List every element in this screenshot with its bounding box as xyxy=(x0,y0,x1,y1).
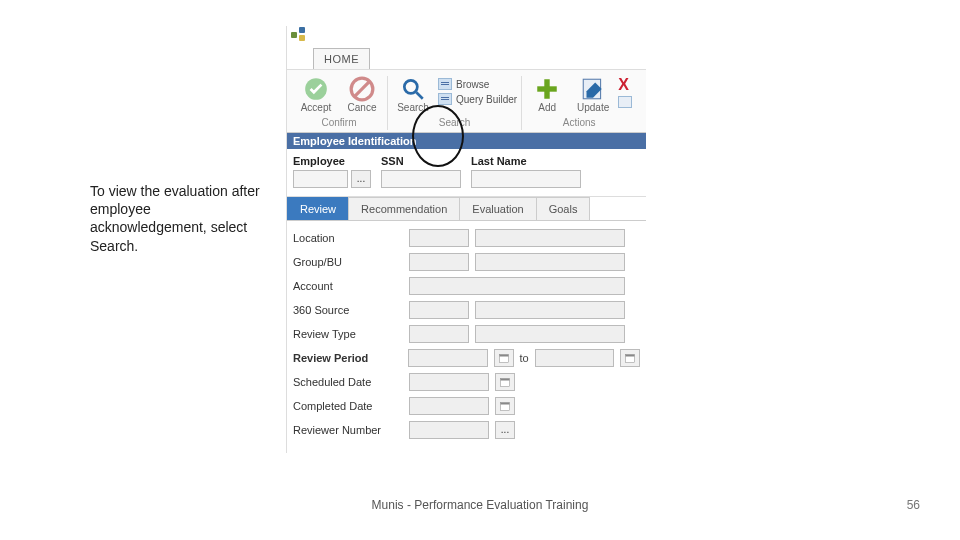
delete-icon[interactable]: X xyxy=(618,78,632,92)
calendar-icon xyxy=(498,352,510,364)
scheduled-label: Scheduled Date xyxy=(293,376,403,388)
reviewtype-label: Review Type xyxy=(293,328,403,340)
cancel-button[interactable]: Cance xyxy=(341,76,383,113)
accept-label: Accept xyxy=(301,102,332,113)
employee-input[interactable] xyxy=(293,170,348,188)
ssn-input[interactable] xyxy=(381,170,461,188)
employee-lookup-button[interactable]: ... xyxy=(351,170,371,188)
calendar-icon xyxy=(499,400,511,412)
svg-line-2 xyxy=(354,81,369,96)
footer-title: Munis - Performance Evaluation Training xyxy=(0,498,960,512)
browse-icon xyxy=(438,78,452,90)
review-form: Location Group/BU Account 360 Source Rev… xyxy=(287,221,646,453)
reviewtype-code-input[interactable] xyxy=(409,325,469,343)
reviewer-label: Reviewer Number xyxy=(293,424,403,436)
query-builder-button[interactable]: Query Builder xyxy=(438,93,517,105)
search-mini-stack: Browse Query Builder xyxy=(438,76,517,105)
detail-tabs: Review Recommendation Evaluation Goals xyxy=(287,197,646,221)
group-caption-actions: Actions xyxy=(563,117,596,128)
reviewperiod-label: Review Period xyxy=(293,352,402,364)
scheduled-calendar-button[interactable] xyxy=(495,373,515,391)
reviewer-input[interactable] xyxy=(409,421,489,439)
svg-rect-13 xyxy=(501,379,510,381)
query-builder-icon xyxy=(438,93,452,105)
svg-rect-15 xyxy=(501,403,510,405)
browse-button[interactable]: Browse xyxy=(438,78,517,90)
search-label: Search xyxy=(397,102,429,113)
reviewer-lookup-button[interactable]: ... xyxy=(495,421,515,439)
tab-recommendation[interactable]: Recommendation xyxy=(348,197,460,220)
footer-page-number: 56 xyxy=(907,498,920,512)
tab-goals[interactable]: Goals xyxy=(536,197,591,220)
groupbu-code-input[interactable] xyxy=(409,253,469,271)
to-text: to xyxy=(520,352,529,364)
groupbu-label: Group/BU xyxy=(293,256,403,268)
account-label: Account xyxy=(293,280,403,292)
tab-review[interactable]: Review xyxy=(287,197,349,220)
query-builder-label: Query Builder xyxy=(456,94,517,105)
svg-point-3 xyxy=(404,80,417,93)
group-caption-search: Search xyxy=(439,117,471,128)
svg-rect-9 xyxy=(499,355,508,357)
completed-input[interactable] xyxy=(409,397,489,415)
munis-app-screenshot: HOME Accept Cance Confirm xyxy=(286,26,646,453)
calendar-icon xyxy=(499,376,511,388)
ribbon-group-confirm: Accept Cance Confirm xyxy=(291,76,388,130)
location-desc-input[interactable] xyxy=(475,229,625,247)
reviewperiod-from-calendar-button[interactable] xyxy=(494,349,514,367)
add-label: Add xyxy=(538,102,556,113)
employee-id-row: Employee ... SSN Last Name xyxy=(287,149,646,197)
section-header-employee-id: Employee Identification xyxy=(287,133,646,149)
svg-rect-11 xyxy=(626,355,635,357)
lastname-input[interactable] xyxy=(471,170,581,188)
360source-desc-input[interactable] xyxy=(475,301,625,319)
account-input[interactable] xyxy=(409,277,625,295)
scheduled-input[interactable] xyxy=(409,373,489,391)
misc-action-icon[interactable] xyxy=(618,96,632,108)
update-label: Update xyxy=(577,102,609,113)
location-code-input[interactable] xyxy=(409,229,469,247)
accept-button[interactable]: Accept xyxy=(295,76,337,113)
completed-calendar-button[interactable] xyxy=(495,397,515,415)
reviewperiod-from-input[interactable] xyxy=(408,349,487,367)
update-icon xyxy=(580,76,606,102)
cancel-label: Cance xyxy=(348,102,377,113)
employee-label: Employee xyxy=(293,155,371,167)
munis-logo-icon xyxy=(291,27,307,43)
search-button[interactable]: Search xyxy=(392,76,434,113)
cancel-icon xyxy=(349,76,375,102)
reviewtype-desc-input[interactable] xyxy=(475,325,625,343)
update-button[interactable]: Update xyxy=(572,76,614,113)
reviewperiod-to-calendar-button[interactable] xyxy=(620,349,640,367)
group-caption-confirm: Confirm xyxy=(321,117,356,128)
groupbu-desc-input[interactable] xyxy=(475,253,625,271)
360source-label: 360 Source xyxy=(293,304,403,316)
ssn-label: SSN xyxy=(381,155,461,167)
reviewperiod-to-input[interactable] xyxy=(535,349,614,367)
ribbon: Accept Cance Confirm Search xyxy=(287,69,646,133)
browse-label: Browse xyxy=(456,79,489,90)
svg-line-4 xyxy=(416,92,423,99)
search-icon xyxy=(400,76,426,102)
instruction-text: To view the evaluation after employee ac… xyxy=(90,182,260,255)
calendar-icon xyxy=(624,352,636,364)
lastname-label: Last Name xyxy=(471,155,581,167)
home-ribbon-tab[interactable]: HOME xyxy=(313,48,370,69)
completed-label: Completed Date xyxy=(293,400,403,412)
add-icon xyxy=(534,76,560,102)
ribbon-group-search: Search Browse Query Builder Search xyxy=(388,76,522,130)
ribbon-group-actions: Add Update X Actions xyxy=(522,76,636,130)
360source-code-input[interactable] xyxy=(409,301,469,319)
titlebar xyxy=(287,26,646,44)
tab-evaluation[interactable]: Evaluation xyxy=(459,197,536,220)
location-label: Location xyxy=(293,232,403,244)
accept-icon xyxy=(303,76,329,102)
add-button[interactable]: Add xyxy=(526,76,568,113)
